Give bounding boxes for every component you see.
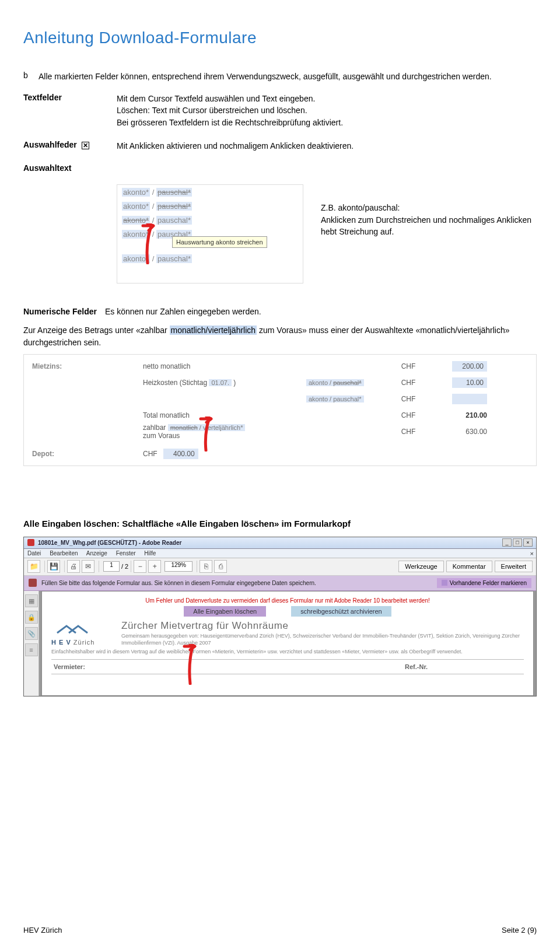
- window-titlebar: 10801e_MV_Whg.pdf (GESCHÜTZT) - Adobe Re…: [24, 537, 536, 549]
- footer-left: HEV Zürich: [23, 926, 62, 935]
- open-icon[interactable]: 📁: [27, 560, 40, 573]
- vermieter-label: Vermieter:: [54, 663, 147, 670]
- print-icon[interactable]: 🖨: [67, 560, 80, 573]
- pdf-warning: Um Fehler und Datenverluste zu vermeiden…: [51, 597, 524, 604]
- highlight-fields-button[interactable]: Vorhandene Felder markieren: [437, 578, 531, 588]
- form-info-icon: [29, 579, 37, 587]
- side-panel: ▦ 🔒 📎 ≡: [24, 591, 39, 696]
- page-number-input[interactable]: 1: [103, 561, 120, 572]
- tool-icon[interactable]: ⎘: [200, 560, 212, 573]
- menu-fenster[interactable]: Fenster: [116, 550, 136, 556]
- total-amount: 210.00: [429, 411, 487, 419]
- tab-werkzeuge[interactable]: Werkzeuge: [398, 561, 443, 572]
- checkbox-icon: ✕: [82, 142, 89, 149]
- desc-auswahlfeder: Mit Anklicken aktivieren und nochmaligem…: [117, 140, 537, 152]
- refnr-label: Ref.-Nr.: [405, 663, 522, 670]
- heizkosten-amount[interactable]: 10.00: [452, 377, 487, 388]
- pdf-subtitle: Gemeinsam herausgegeben von: Hauseigentü…: [121, 633, 524, 646]
- netto-label: netto monatlich: [143, 362, 306, 370]
- pdf-form-row: Vermieter: Ref.-Nr.: [51, 659, 524, 674]
- example-akonto: akonto* / pauschal* akonto* / pauschal* …: [23, 184, 537, 284]
- tool-icon[interactable]: ⎙: [214, 560, 227, 573]
- doc-close-icon[interactable]: ×: [530, 550, 534, 557]
- window-title: 10801e_MV_Whg.pdf (GESCHÜTZT) - Adobe Re…: [38, 540, 502, 546]
- chf-label: CHF: [388, 362, 429, 370]
- menu-anzeige[interactable]: Anzeige: [86, 550, 107, 556]
- highlight-icon: [442, 580, 447, 586]
- toolbar: 📁 💾 🖨 ✉ 1 / 2 − + 129% ⎘ ⎙ Werkzeuge Kom…: [24, 558, 536, 576]
- save-icon[interactable]: 💾: [47, 560, 60, 573]
- tab-erweitert[interactable]: Erweitert: [495, 561, 533, 572]
- menu-hilfe[interactable]: Hilfe: [144, 550, 156, 556]
- tooltip: Hauswartung akonto streichen: [172, 236, 267, 248]
- clear-heading: Alle Eingaben löschen: Schaltfläche «All…: [23, 519, 537, 528]
- maximize-button[interactable]: □: [513, 538, 522, 547]
- app-icon: [27, 539, 34, 546]
- chf-label: CHF: [388, 428, 429, 436]
- numerische-note: Zur Anzeige des Betrags unter «zahlbar m…: [23, 324, 537, 348]
- depot-label: Depot:: [32, 450, 143, 458]
- thumbnails-icon[interactable]: ▦: [25, 594, 38, 607]
- adobe-reader-window: 10801e_MV_Whg.pdf (GESCHÜTZT) - Adobe Re…: [23, 537, 537, 696]
- heizkosten-label: Heizkosten (Stichtag 01.07. ): [143, 379, 306, 387]
- form-info-bar: Füllen Sie bitte das folgende Formular a…: [24, 576, 536, 591]
- chf-label: CHF: [388, 411, 429, 419]
- menu-bar[interactable]: Datei Bearbeiten Anzeige Fenster Hilfe: [24, 549, 536, 558]
- term-auswahltext: Auswahltext: [23, 163, 117, 173]
- example-caption: Z.B. akonto/pauschal: Anklicken zum Durc…: [321, 184, 537, 284]
- mail-icon[interactable]: ✉: [82, 560, 94, 573]
- mietzins-label: Mietzins:: [32, 362, 143, 370]
- voraus-amount: 630.00: [429, 428, 487, 436]
- chf-label: CHF: [143, 450, 158, 458]
- netto-amount[interactable]: 200.00: [452, 361, 487, 372]
- term-textfelder: Textfelder: [23, 93, 117, 128]
- term-auswahlfeder: Auswahlfeder ✕: [23, 140, 117, 152]
- chf-label: CHF: [388, 379, 429, 387]
- layers-icon[interactable]: ≡: [25, 643, 38, 656]
- zahlbar-label: zahlbar monatlich / vierteljährlich* zum…: [143, 424, 306, 440]
- clear-all-button[interactable]: Alle Eingaben löschen: [184, 606, 266, 617]
- depot-amount[interactable]: 400.00: [163, 449, 198, 459]
- pdf-page: Um Fehler und Datenverluste zu vermeiden…: [41, 591, 534, 696]
- term-numerische: Numerische Felder: [23, 307, 97, 316]
- hev-logo: H E V Zürich: [51, 620, 121, 646]
- intro-bullet: b: [23, 71, 38, 82]
- stichtag-input[interactable]: 01.07.: [209, 379, 232, 386]
- page-footer: HEV Zürich Seite 2 (9): [23, 926, 537, 935]
- amount-input[interactable]: [452, 394, 487, 404]
- desc-numerische: Es können nur Zahlen eingegeben werden.: [105, 307, 261, 316]
- total-label: Total monatlich: [143, 411, 306, 419]
- desc-textfelder: Mit dem Cursor Textfeld auswählen und Te…: [117, 93, 537, 128]
- menu-datei[interactable]: Datei: [27, 550, 41, 556]
- minimize-button[interactable]: _: [502, 538, 512, 547]
- definitions: Textfelder Mit dem Cursor Textfeld auswä…: [23, 93, 537, 173]
- example-image-area: akonto* / pauschal* akonto* / pauschal* …: [117, 184, 303, 284]
- akonto-toggle[interactable]: akonto / pauschal*: [306, 396, 364, 402]
- akonto-toggle[interactable]: akonto / pauschal*: [306, 379, 364, 386]
- mietzins-table: Mietzins: netto monatlich CHF 200.00 Hei…: [23, 354, 537, 466]
- page-title: Anleitung Download-Formulare: [23, 29, 537, 47]
- zoom-out-icon[interactable]: −: [134, 560, 146, 573]
- tab-kommentar[interactable]: Kommentar: [446, 561, 492, 572]
- footer-right: Seite 2 (9): [502, 926, 537, 935]
- lock-icon[interactable]: 🔒: [25, 611, 38, 624]
- intro-text: Alle markierten Felder können, entsprech…: [38, 71, 492, 82]
- zoom-input[interactable]: 129%: [164, 561, 192, 572]
- intro: b Alle markierten Felder können, entspre…: [23, 71, 537, 82]
- page-of: / 2: [121, 563, 128, 570]
- chf-label: CHF: [388, 395, 429, 403]
- close-button[interactable]: ×: [523, 538, 533, 547]
- zoom-in-icon[interactable]: +: [148, 560, 161, 573]
- form-info-text: Füllen Sie bitte das folgende Formular a…: [41, 580, 437, 586]
- pdf-title: Zürcher Mietvertrag für Wohnräume: [121, 620, 524, 632]
- archive-button[interactable]: schreibgeschützt archivieren: [291, 606, 391, 617]
- attach-icon[interactable]: 📎: [25, 627, 38, 640]
- menu-bearbeiten[interactable]: Bearbeiten: [50, 550, 78, 556]
- pdf-note: Einfachheitshalber wird in diesem Vertra…: [51, 649, 524, 656]
